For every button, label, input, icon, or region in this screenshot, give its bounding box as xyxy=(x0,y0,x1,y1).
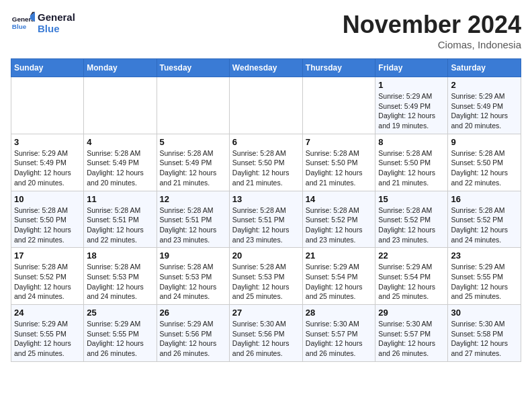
day-info: Sunrise: 5:29 AM Sunset: 5:54 PM Dayligh… xyxy=(378,262,445,302)
day-info: Sunrise: 5:28 AM Sunset: 5:52 PM Dayligh… xyxy=(378,205,445,245)
calendar-cell: 3Sunrise: 5:29 AM Sunset: 5:49 PM Daylig… xyxy=(11,134,84,191)
calendar-cell: 21Sunrise: 5:29 AM Sunset: 5:54 PM Dayli… xyxy=(302,248,375,305)
day-info: Sunrise: 5:29 AM Sunset: 5:49 PM Dayligh… xyxy=(378,91,445,131)
day-number: 21 xyxy=(306,250,373,261)
calendar-cell: 9Sunrise: 5:28 AM Sunset: 5:50 PM Daylig… xyxy=(448,134,521,191)
day-number: 1 xyxy=(378,80,445,90)
day-number: 13 xyxy=(232,194,300,204)
calendar-cell: 11Sunrise: 5:28 AM Sunset: 5:51 PM Dayli… xyxy=(84,191,157,248)
day-number: 24 xyxy=(14,308,81,318)
weekday-header: Wednesday xyxy=(229,59,302,77)
calendar-cell: 12Sunrise: 5:28 AM Sunset: 5:51 PM Dayli… xyxy=(157,191,229,248)
day-number: 10 xyxy=(14,194,81,204)
calendar-cell: 4Sunrise: 5:28 AM Sunset: 5:49 PM Daylig… xyxy=(84,134,157,191)
calendar-cell: 16Sunrise: 5:28 AM Sunset: 5:52 PM Dayli… xyxy=(448,191,521,248)
calendar-cell: 20Sunrise: 5:28 AM Sunset: 5:53 PM Dayli… xyxy=(229,248,302,305)
day-number: 28 xyxy=(306,308,373,318)
day-number: 15 xyxy=(378,194,445,204)
calendar-cell: 18Sunrise: 5:28 AM Sunset: 5:53 PM Dayli… xyxy=(84,248,157,305)
day-number: 27 xyxy=(232,308,300,318)
calendar-cell: 30Sunrise: 5:30 AM Sunset: 5:58 PM Dayli… xyxy=(448,305,521,362)
day-info: Sunrise: 5:29 AM Sunset: 5:55 PM Dayligh… xyxy=(14,319,81,359)
day-info: Sunrise: 5:28 AM Sunset: 5:50 PM Dayligh… xyxy=(451,148,518,188)
calendar-cell: 25Sunrise: 5:29 AM Sunset: 5:55 PM Dayli… xyxy=(84,305,157,362)
calendar-cell: 2Sunrise: 5:29 AM Sunset: 5:49 PM Daylig… xyxy=(448,77,521,134)
weekday-header: Sunday xyxy=(11,59,84,77)
location: Ciomas, Indonesia xyxy=(343,39,521,50)
title-area: November 2024 Ciomas, Indonesia xyxy=(343,11,521,50)
day-number: 30 xyxy=(451,308,518,318)
day-number: 7 xyxy=(306,137,373,147)
weekday-header: Friday xyxy=(375,59,448,77)
day-info: Sunrise: 5:28 AM Sunset: 5:52 PM Dayligh… xyxy=(451,205,518,245)
calendar-cell xyxy=(84,77,157,134)
day-number: 8 xyxy=(378,137,445,147)
day-number: 4 xyxy=(87,137,153,147)
day-info: Sunrise: 5:30 AM Sunset: 5:58 PM Dayligh… xyxy=(451,319,518,359)
day-number: 18 xyxy=(87,250,153,261)
calendar-table: SundayMondayTuesdayWednesdayThursdayFrid… xyxy=(11,58,521,362)
calendar-cell: 6Sunrise: 5:28 AM Sunset: 5:50 PM Daylig… xyxy=(229,134,302,191)
day-number: 26 xyxy=(160,308,226,318)
day-info: Sunrise: 5:28 AM Sunset: 5:50 PM Dayligh… xyxy=(378,148,445,188)
day-number: 6 xyxy=(232,137,300,147)
day-info: Sunrise: 5:28 AM Sunset: 5:50 PM Dayligh… xyxy=(306,148,373,188)
day-info: Sunrise: 5:29 AM Sunset: 5:55 PM Dayligh… xyxy=(87,319,153,359)
calendar-cell: 1Sunrise: 5:29 AM Sunset: 5:49 PM Daylig… xyxy=(375,77,448,134)
day-info: Sunrise: 5:28 AM Sunset: 5:52 PM Dayligh… xyxy=(306,205,373,245)
weekday-header: Monday xyxy=(84,59,157,77)
logo: General Blue General Blue xyxy=(11,11,75,35)
calendar-cell: 23Sunrise: 5:29 AM Sunset: 5:55 PM Dayli… xyxy=(448,248,521,305)
day-info: Sunrise: 5:28 AM Sunset: 5:51 PM Dayligh… xyxy=(160,205,226,245)
calendar-cell xyxy=(302,77,375,134)
calendar-cell: 24Sunrise: 5:29 AM Sunset: 5:55 PM Dayli… xyxy=(11,305,84,362)
page-header: General Blue General Blue November 2024 … xyxy=(11,11,521,50)
day-info: Sunrise: 5:28 AM Sunset: 5:49 PM Dayligh… xyxy=(87,148,153,188)
logo-blue: Blue xyxy=(38,23,75,34)
day-info: Sunrise: 5:29 AM Sunset: 5:56 PM Dayligh… xyxy=(160,319,226,359)
day-info: Sunrise: 5:29 AM Sunset: 5:49 PM Dayligh… xyxy=(451,91,518,131)
day-number: 16 xyxy=(451,194,518,204)
calendar-cell: 13Sunrise: 5:28 AM Sunset: 5:51 PM Dayli… xyxy=(229,191,302,248)
weekday-header: Thursday xyxy=(302,59,375,77)
calendar-cell: 10Sunrise: 5:28 AM Sunset: 5:50 PM Dayli… xyxy=(11,191,84,248)
day-info: Sunrise: 5:28 AM Sunset: 5:53 PM Dayligh… xyxy=(87,262,153,302)
day-info: Sunrise: 5:28 AM Sunset: 5:50 PM Dayligh… xyxy=(14,205,81,245)
day-info: Sunrise: 5:30 AM Sunset: 5:56 PM Dayligh… xyxy=(232,319,300,359)
day-info: Sunrise: 5:28 AM Sunset: 5:51 PM Dayligh… xyxy=(87,205,153,245)
weekday-header: Tuesday xyxy=(157,59,229,77)
calendar-cell: 7Sunrise: 5:28 AM Sunset: 5:50 PM Daylig… xyxy=(302,134,375,191)
calendar-cell: 14Sunrise: 5:28 AM Sunset: 5:52 PM Dayli… xyxy=(302,191,375,248)
calendar-cell: 8Sunrise: 5:28 AM Sunset: 5:50 PM Daylig… xyxy=(375,134,448,191)
weekday-header: Saturday xyxy=(448,59,521,77)
day-info: Sunrise: 5:30 AM Sunset: 5:57 PM Dayligh… xyxy=(378,319,445,359)
day-info: Sunrise: 5:29 AM Sunset: 5:55 PM Dayligh… xyxy=(451,262,518,302)
calendar-cell: 22Sunrise: 5:29 AM Sunset: 5:54 PM Dayli… xyxy=(375,248,448,305)
day-number: 11 xyxy=(87,194,153,204)
calendar-cell: 19Sunrise: 5:28 AM Sunset: 5:53 PM Dayli… xyxy=(157,248,229,305)
day-number: 3 xyxy=(14,137,81,147)
day-info: Sunrise: 5:28 AM Sunset: 5:52 PM Dayligh… xyxy=(14,262,81,302)
day-info: Sunrise: 5:29 AM Sunset: 5:54 PM Dayligh… xyxy=(306,262,373,302)
day-number: 5 xyxy=(160,137,226,147)
calendar-cell xyxy=(11,77,84,134)
day-number: 17 xyxy=(14,250,81,261)
day-number: 25 xyxy=(87,308,153,318)
logo-icon: General Blue xyxy=(11,11,35,35)
day-number: 29 xyxy=(378,308,445,318)
day-info: Sunrise: 5:28 AM Sunset: 5:50 PM Dayligh… xyxy=(232,148,300,188)
calendar-cell: 27Sunrise: 5:30 AM Sunset: 5:56 PM Dayli… xyxy=(229,305,302,362)
logo-general: General xyxy=(38,11,75,23)
day-info: Sunrise: 5:28 AM Sunset: 5:49 PM Dayligh… xyxy=(160,148,226,188)
day-info: Sunrise: 5:28 AM Sunset: 5:53 PM Dayligh… xyxy=(232,262,300,302)
day-info: Sunrise: 5:29 AM Sunset: 5:49 PM Dayligh… xyxy=(14,148,81,188)
calendar-cell: 29Sunrise: 5:30 AM Sunset: 5:57 PM Dayli… xyxy=(375,305,448,362)
day-number: 14 xyxy=(306,194,373,204)
month-title: November 2024 xyxy=(343,11,521,39)
day-info: Sunrise: 5:28 AM Sunset: 5:51 PM Dayligh… xyxy=(232,205,300,245)
calendar-cell xyxy=(157,77,229,134)
calendar-cell: 5Sunrise: 5:28 AM Sunset: 5:49 PM Daylig… xyxy=(157,134,229,191)
calendar-cell: 17Sunrise: 5:28 AM Sunset: 5:52 PM Dayli… xyxy=(11,248,84,305)
day-info: Sunrise: 5:30 AM Sunset: 5:57 PM Dayligh… xyxy=(306,319,373,359)
day-number: 20 xyxy=(232,250,300,261)
